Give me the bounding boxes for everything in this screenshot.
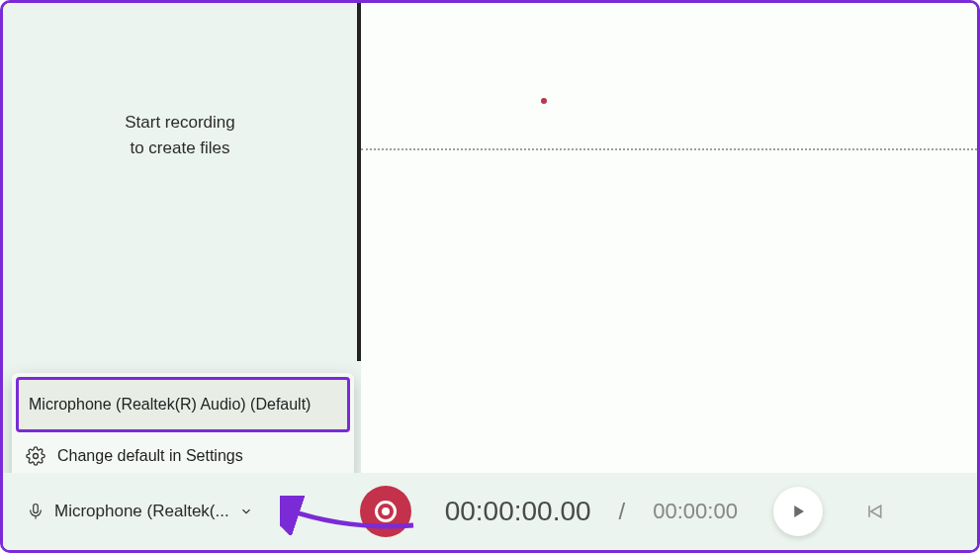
playhead-guide [361,148,977,150]
main-area [361,3,977,550]
record-icon [375,501,397,522]
bottom-toolbar: Microphone (Realtek(... 00:00:00.00 / 00… [3,473,977,550]
microphone-selector[interactable]: Microphone (Realtek(... [17,496,263,527]
play-button[interactable] [773,487,823,536]
skip-back-icon [864,502,884,521]
app-window: Start recording to create files Micropho… [0,0,980,553]
hint-line-2: to create files [3,136,357,161]
chevron-down-icon [239,505,253,518]
waveform-area [361,3,977,468]
svg-point-0 [34,454,39,459]
playhead-marker [541,98,547,104]
time-separator: / [619,498,626,525]
record-button[interactable] [360,486,411,537]
hint-line-1: Start recording [3,110,357,136]
svg-rect-1 [34,505,39,513]
microphone-option-label: Microphone (Realtek(R) Audio) (Default) [29,396,311,414]
gear-icon [26,446,45,466]
svg-marker-5 [871,506,881,517]
microphone-menu: Microphone (Realtek(R) Audio) (Default) … [12,373,354,484]
current-time: 00:00:00.00 [445,496,591,527]
total-time: 00:00:00 [653,499,738,524]
empty-state-hint: Start recording to create files [3,110,357,161]
svg-marker-3 [794,506,804,517]
microphone-selector-label: Microphone (Realtek(... [54,502,229,521]
previous-marker-button[interactable] [854,492,894,531]
play-icon [789,503,807,520]
microphone-option-default[interactable]: Microphone (Realtek(R) Audio) (Default) [16,377,350,432]
microphone-icon [27,503,45,520]
settings-menu-label: Change default in Settings [57,447,243,465]
